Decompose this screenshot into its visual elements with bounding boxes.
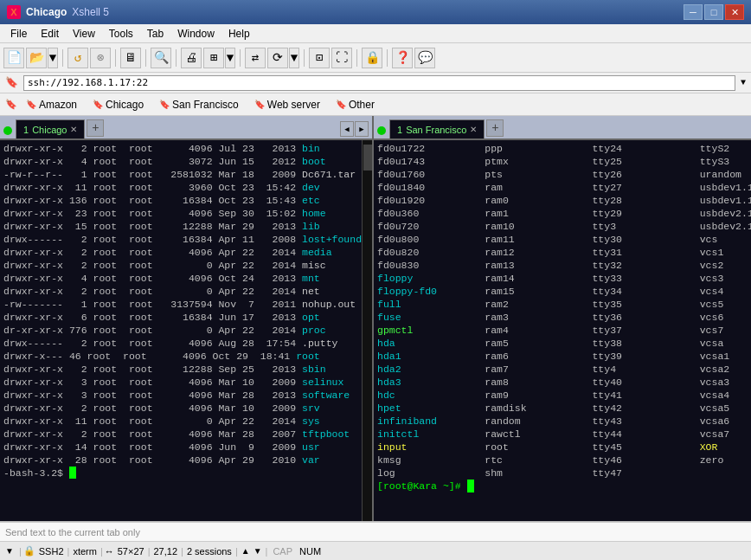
bookmark-sanfrancisco[interactable]: 🔖 San Francisco (152, 97, 246, 113)
left-tab-indicator (3, 126, 12, 135)
scroll-down-btn[interactable]: ▼ (254, 546, 262, 556)
right-terminal[interactable]: fd0u1722 ppp tty24 ttyS2 fd0u1743 ptmx t… (374, 140, 751, 521)
fullscreen-button[interactable]: ⛶ (331, 48, 352, 68)
menu-window[interactable]: Window (170, 26, 221, 42)
bookmark-webserver[interactable]: 🔖 Web server (247, 97, 327, 113)
status-dropdown-btn[interactable]: ▼ (5, 546, 14, 556)
left-scroll-thumb[interactable] (363, 145, 372, 171)
left-term-line-4: drwxr-xr-x 136 root root 16384 Oct 23 15… (3, 194, 358, 207)
right-tab-sanfrancisco[interactable]: 1 San Francisco ✕ (389, 119, 485, 138)
local-shell-button[interactable]: 🖥 (120, 48, 141, 68)
status-lock-icon: 🔒 (23, 545, 35, 557)
bookmark-icon-other: 🔖 (336, 100, 346, 109)
left-term-line-20: drwxr-xr-x 2 root root 4096 Mar 10 2009 … (3, 402, 358, 415)
menu-tab[interactable]: Tab (140, 26, 170, 42)
left-term-line-24: drwxr-xr-x 28 root root 4096 Apr 29 2010… (3, 454, 358, 467)
toolbar-separator-6 (304, 49, 305, 67)
right-term-line-17: hda2 ram7 tty4 vcsa2 (377, 363, 751, 376)
toolbar-separator-2 (115, 49, 116, 67)
left-tab-name: Chicago (32, 125, 67, 135)
menu-help[interactable]: Help (221, 26, 257, 42)
right-term-line-14: gpmctl ram4 tty37 vcs7 (377, 324, 751, 337)
menu-view[interactable]: View (66, 26, 102, 42)
lock-button[interactable]: 🔒 (362, 48, 382, 68)
right-term-line-13: fuse ram3 tty36 vcs6 (377, 311, 751, 324)
address-dropdown[interactable]: ▼ (741, 78, 746, 87)
title-bar: X Chicago Xshell 5 ─ □ ✕ (0, 0, 751, 24)
print-dropdown-button[interactable]: ▼ (225, 48, 235, 68)
new-session-button[interactable]: 📄 (3, 48, 24, 68)
right-term-line-8: fd0u820 ram12 tty31 vcs1 (377, 246, 751, 259)
status-term: xterm (73, 546, 97, 557)
minimize-button[interactable]: ─ (684, 4, 703, 20)
left-term-line-16: drwxr-x--- 46 root root 4096 Oct 29 18:4… (3, 350, 358, 363)
right-tab-close[interactable]: ✕ (470, 125, 477, 134)
toolbar-separator-4 (176, 49, 177, 67)
reconnect-button[interactable]: ↺ (67, 48, 88, 68)
right-term-line-19: hdc ram9 tty41 vcsa4 (377, 389, 751, 402)
bookmark-label-amazon: Amazon (39, 99, 77, 111)
left-term-line-13: drwxr-xr-x 6 root root 16384 Jun 17 2013… (3, 311, 358, 324)
chat-button[interactable]: 💬 (414, 48, 435, 68)
status-sep-3: | (100, 546, 103, 557)
open-button[interactable]: 📂 (26, 48, 47, 68)
transfer2-button[interactable]: ⟳ (267, 48, 288, 68)
menu-tools[interactable]: Tools (102, 26, 140, 42)
right-term-line-22: initctl rawctl tty44 vcsa7 (377, 428, 751, 441)
toolbar-separator-8 (387, 49, 388, 67)
bookmark-other[interactable]: 🔖 Other (329, 97, 382, 113)
left-tab-chicago[interactable]: 1 Chicago ✕ (16, 119, 85, 138)
transfer-dropdown-button[interactable]: ▼ (289, 48, 299, 68)
disconnect-button[interactable]: ⊗ (90, 48, 111, 68)
status-protocol: SSH2 (39, 546, 64, 557)
bottom-bars: Send text to the current tab only ▼ | 🔒 … (0, 521, 751, 560)
help-button[interactable]: ❓ (392, 48, 413, 68)
left-tab-close[interactable]: ✕ (70, 125, 77, 134)
status-sep-7: | (266, 546, 268, 557)
right-term-line-23: input root tty45 XOR (377, 441, 751, 454)
bookmark-icon-amazon: 🔖 (26, 100, 36, 109)
bookmark-amazon[interactable]: 🔖 Amazon (19, 97, 84, 113)
left-term-line-21: drwxr-xr-x 11 root root 0 Apr 22 2014 sy… (3, 415, 358, 428)
scroll-up-btn[interactable]: ▲ (241, 546, 250, 556)
bookmark-chicago[interactable]: 🔖 Chicago (86, 97, 151, 113)
left-tab-add[interactable]: + (87, 119, 104, 137)
right-term-line-24: kmsg rtc tty46 zero (377, 454, 751, 467)
bookmark-label-sanfrancisco: San Francisco (172, 99, 239, 111)
open-dropdown-button[interactable]: ▼ (48, 48, 58, 68)
left-scrollbar[interactable] (362, 140, 372, 521)
close-button[interactable]: ✕ (725, 4, 744, 20)
right-tab-add[interactable]: + (486, 119, 504, 137)
menu-edit[interactable]: Edit (34, 26, 66, 42)
left-term-line-9: drwxr-xr-x 2 root root 0 Apr 22 2014 mis… (3, 259, 358, 272)
left-tab-prev[interactable]: ◀ (340, 121, 354, 137)
menu-file[interactable]: File (3, 26, 34, 42)
status-sep-4: | (148, 546, 151, 557)
right-term-line-5: fd0u360 ram1 tty29 usbdev2.1_ep00 (377, 207, 751, 220)
right-term-line-10: floppy ram14 tty33 vcs3 (377, 272, 751, 285)
right-term-line-0: fd0u1722 ppp tty24 ttyS2 (377, 142, 751, 155)
toolbar-separator-1 (62, 49, 63, 67)
left-term-line-8: drwxr-xr-x 2 root root 4096 Apr 22 2014 … (3, 246, 358, 259)
left-terminal[interactable]: drwxr-xr-x 2 root root 4096 Jul 23 2013 … (0, 140, 362, 521)
find-button[interactable]: 🔍 (151, 48, 171, 68)
left-term-line-12: -rw------- 1 root root 3137594 Nov 7 201… (3, 298, 358, 311)
right-term-line-11: floppy-fd0 ram15 tty34 vcs4 (377, 285, 751, 298)
right-tab-name: San Francisco (406, 125, 466, 135)
status-num: NUM (299, 546, 321, 557)
right-term-line-15: hda ram5 tty38 vcsa (377, 337, 751, 350)
print2-button[interactable]: ⊞ (203, 48, 224, 68)
left-tab-next[interactable]: ▶ (355, 121, 369, 137)
address-input[interactable] (23, 75, 735, 91)
status-position: 27,12 (154, 546, 178, 557)
status-sep-1: | (19, 546, 22, 557)
print-button[interactable]: 🖨 (181, 48, 202, 68)
view-button[interactable]: ⊡ (309, 48, 330, 68)
right-term-line-9: fd0u830 ram13 tty32 vcs2 (377, 259, 751, 272)
transfer-button[interactable]: ⇄ (245, 48, 266, 68)
bookmarks-bar: 🔖 🔖 Amazon 🔖 Chicago 🔖 San Francisco 🔖 W… (0, 93, 751, 116)
left-term-line-17: drwxr-xr-x 2 root root 12288 Sep 25 2013… (3, 363, 358, 376)
right-term-line-16: hda1 ram6 tty39 vcsa1 (377, 350, 751, 363)
maximize-button[interactable]: □ (704, 4, 723, 20)
status-sessions: 2 sessions (187, 546, 232, 557)
